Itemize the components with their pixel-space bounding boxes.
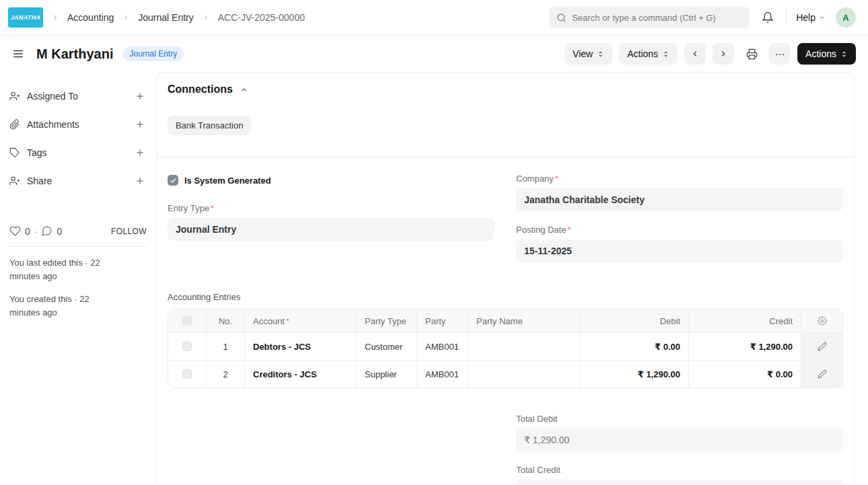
chevron-down-icon (818, 13, 826, 22)
table-row[interactable]: 2 Creditors - JCS Supplier AMB001 ₹ 1,29… (168, 360, 842, 387)
breadcrumb-document-id: ACC-JV-2025-00000 (218, 12, 305, 23)
previous-document-button[interactable] (684, 43, 706, 65)
search-input[interactable] (572, 13, 743, 23)
cell-debit[interactable]: ₹ 1,290.00 (580, 360, 688, 387)
user-avatar[interactable]: A (836, 7, 856, 28)
actions-dropdown-button[interactable]: Actions (619, 43, 678, 65)
sidebar-item-share[interactable]: Share (9, 172, 147, 190)
right-column: Company* Janatha Charitable Society Post… (516, 174, 843, 276)
column-header-debit: Debit (580, 309, 688, 332)
left-column: Is System Generated Entry Type* Journal … (168, 174, 495, 276)
connections-title: Connections (168, 83, 233, 96)
posting-date-label: Posting Date* (516, 225, 843, 235)
posting-date-input[interactable]: 15-11-2025 (516, 239, 843, 262)
cell-debit[interactable]: ₹ 0.00 (580, 332, 688, 360)
next-document-button[interactable] (713, 43, 734, 65)
cell-party-name[interactable] (468, 360, 580, 387)
chevron-up-down-icon (840, 50, 848, 58)
cell-party[interactable]: AMB001 (417, 332, 468, 360)
form-body: Connections Bank Transaction Is System G… (156, 72, 855, 485)
like-button[interactable] (9, 225, 21, 237)
cell-credit[interactable]: ₹ 1,290.00 (688, 332, 801, 360)
page-title: M Karthyani (36, 46, 113, 62)
social-row: 0 · 0 FOLLOW (9, 225, 147, 237)
company-field: Company* Janatha Charitable Society (516, 174, 843, 211)
is-system-generated-field[interactable]: Is System Generated (168, 175, 495, 186)
row-checkbox[interactable] (182, 342, 192, 351)
cell-credit[interactable]: ₹ 0.00 (688, 360, 801, 387)
user-plus-icon (9, 91, 20, 102)
cell-party-type[interactable]: Supplier (356, 360, 417, 387)
cell-party-type[interactable]: Customer (356, 332, 417, 360)
form-sidebar: Assigned To Attachments Tags Share (0, 72, 156, 485)
cell-party[interactable]: AMB001 (417, 360, 468, 387)
table-settings-button[interactable] (801, 309, 842, 332)
required-marker: * (211, 203, 214, 213)
entry-type-label: Entry Type* (168, 203, 495, 213)
primary-actions-button[interactable]: Actions (797, 43, 856, 65)
totals-left-spacer (168, 414, 495, 485)
table-row[interactable]: 1 Debtors - JCS Customer AMB001 ₹ 0.00 ₹… (168, 332, 842, 360)
print-button[interactable] (741, 43, 762, 65)
cell-no: 2 (206, 360, 244, 387)
breadcrumb-journal-entry[interactable]: Journal Entry (138, 12, 193, 23)
sidebar-item-tags[interactable]: Tags (9, 143, 147, 162)
cell-account[interactable]: Creditors - JCS (244, 360, 356, 387)
total-credit-input: ₹ 1,290.00 (516, 480, 843, 485)
add-tag-button[interactable] (133, 146, 147, 159)
edit-row-button[interactable] (801, 360, 842, 387)
add-attachment-button[interactable] (133, 118, 147, 131)
cell-party-name[interactable] (468, 332, 580, 360)
column-header-credit: Credit (688, 309, 801, 332)
required-marker: * (286, 316, 289, 326)
chevron-up-down-icon (597, 50, 604, 58)
follow-button[interactable]: FOLLOW (111, 227, 147, 236)
total-debit-label: Total Debit (516, 414, 843, 424)
app-logo[interactable]: JANATHA (8, 7, 43, 28)
accounting-entries-table: No. Account* Party Type Party Party Name… (168, 309, 843, 388)
doctype-badge: Journal Entry (122, 46, 184, 61)
sidebar-item-assigned-to[interactable]: Assigned To (9, 87, 147, 106)
breadcrumb-accounting[interactable]: Accounting (67, 12, 114, 23)
add-assignment-button[interactable] (133, 89, 147, 103)
sidebar-item-label: Tags (27, 147, 133, 158)
help-menu[interactable]: Help (796, 12, 826, 23)
printer-icon (746, 48, 758, 60)
checkbox-checked-icon[interactable] (168, 175, 178, 186)
view-dropdown-button[interactable]: View (565, 43, 612, 65)
total-debit-input: ₹ 1,290.00 (516, 428, 843, 451)
comments-button[interactable] (41, 225, 52, 237)
totals-column: Total Debit ₹ 1,290.00 Total Credit ₹ 1,… (516, 414, 843, 485)
totals-section: Total Debit ₹ 1,290.00 Total Credit ₹ 1,… (157, 399, 854, 485)
total-credit-field: Total Credit ₹ 1,290.00 (516, 465, 843, 485)
navbar-divider (786, 9, 787, 26)
chevron-right-icon (202, 13, 210, 22)
entry-type-input[interactable]: Journal Entry (168, 218, 495, 241)
global-search[interactable] (550, 7, 750, 28)
cell-account[interactable]: Debtors - JCS (244, 332, 356, 360)
search-icon (556, 13, 567, 23)
notifications-button[interactable] (759, 9, 776, 26)
select-all-checkbox[interactable] (182, 316, 192, 326)
row-checkbox[interactable] (182, 369, 192, 379)
primary-actions-label: Actions (805, 48, 836, 59)
details-section: Is System Generated Entry Type* Journal … (157, 157, 854, 287)
table-header-row: No. Account* Party Type Party Party Name… (168, 309, 842, 332)
company-input[interactable]: Janatha Charitable Society (516, 188, 843, 211)
ellipsis-icon: ··· (775, 48, 785, 59)
connections-section-header[interactable]: Connections (168, 83, 843, 96)
chevron-left-icon (690, 49, 700, 59)
chevron-up-down-icon (662, 50, 670, 58)
connection-bank-transaction[interactable]: Bank Transaction (168, 116, 251, 135)
paperclip-icon (9, 119, 20, 130)
gear-icon (818, 316, 827, 326)
sidebar-item-attachments[interactable]: Attachments (9, 115, 147, 134)
page-header: M Karthyani Journal Entry View Actions (0, 36, 868, 72)
sidebar-toggle-button[interactable] (9, 45, 27, 63)
add-share-button[interactable] (133, 174, 147, 188)
edit-row-button[interactable] (801, 332, 842, 360)
more-options-button[interactable]: ··· (769, 43, 791, 65)
sidebar-item-label: Share (27, 176, 133, 186)
accounting-entries-title: Accounting Entries (168, 292, 843, 302)
total-credit-label: Total Credit (516, 465, 843, 475)
